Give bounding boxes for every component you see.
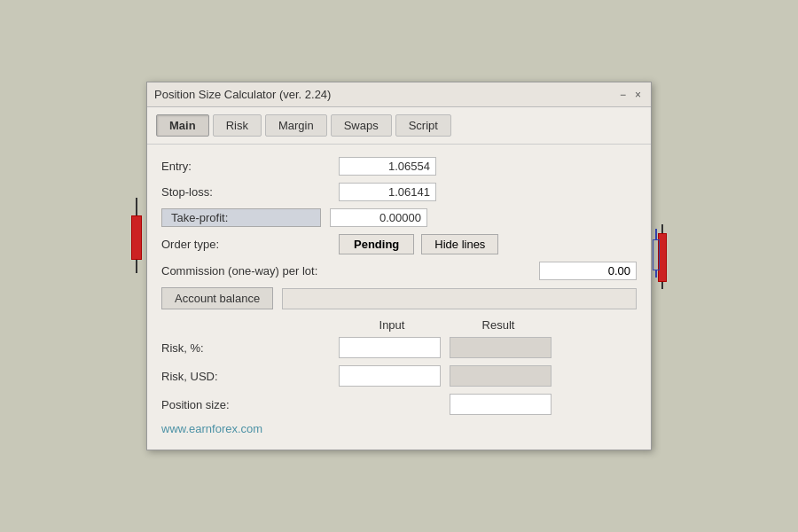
account-balance-button[interactable]: Account balance (161, 287, 273, 309)
risk-pct-result (450, 337, 552, 358)
earnforex-link[interactable]: www.earnforex.com (161, 422, 262, 435)
account-balance-row: Account balance (161, 287, 637, 309)
tab-swaps[interactable]: Swaps (331, 114, 392, 137)
take-profit-input[interactable] (330, 208, 427, 227)
title-controls: − × (617, 90, 644, 100)
minimize-button[interactable]: − (617, 90, 629, 100)
take-profit-label: Take-profit: (161, 208, 321, 227)
tab-margin[interactable]: Margin (265, 114, 327, 137)
candle-right-blue-decoration (653, 229, 660, 278)
input-result-headers: Input Result (161, 318, 637, 332)
close-button[interactable]: × (632, 90, 644, 100)
entry-input[interactable] (339, 157, 436, 176)
take-profit-row: Take-profit: (161, 208, 637, 227)
commission-label: Commission (one-way) per lot: (161, 264, 539, 278)
account-balance-field[interactable] (282, 288, 637, 309)
entry-label: Entry: (161, 160, 339, 173)
stop-loss-label: Stop-loss: (161, 185, 339, 199)
position-size-result-input[interactable] (450, 394, 552, 415)
position-size-row: Position size: (161, 394, 637, 415)
tabs-bar: Main Risk Margin Swaps Script (147, 107, 651, 145)
hide-lines-button[interactable]: Hide lines (421, 234, 498, 254)
risk-pct-row: Risk, %: (161, 337, 637, 358)
main-window: Position Size Calculator (ver. 2.24) − ×… (146, 82, 652, 450)
col-result-header: Result (445, 318, 552, 332)
tab-main[interactable]: Main (156, 114, 209, 137)
order-type-row: Order type: Pending Hide lines (161, 234, 637, 254)
main-content: Entry: Stop-loss: Take-profit: Order typ… (147, 145, 651, 450)
position-size-label: Position size: (161, 398, 339, 411)
stop-loss-row: Stop-loss: (161, 183, 637, 201)
risk-usd-row: Risk, USD: (161, 365, 637, 387)
risk-pct-label: Risk, %: (161, 341, 339, 355)
candle-left-decoration (131, 198, 142, 273)
risk-usd-input[interactable] (339, 365, 441, 387)
risk-pct-input[interactable] (339, 337, 441, 358)
footer: www.earnforex.com (161, 422, 637, 435)
risk-usd-result (450, 365, 552, 387)
stop-loss-input[interactable] (339, 183, 436, 201)
tab-risk[interactable]: Risk (213, 114, 262, 137)
entry-row: Entry: (161, 157, 637, 176)
pending-button[interactable]: Pending (339, 234, 414, 254)
tab-script[interactable]: Script (395, 114, 451, 137)
col-input-header: Input (339, 318, 445, 332)
commission-row: Commission (one-way) per lot: (161, 262, 637, 280)
commission-input[interactable] (539, 262, 637, 280)
risk-usd-label: Risk, USD: (161, 370, 339, 383)
order-type-label: Order type: (161, 238, 339, 251)
window-title: Position Size Calculator (ver. 2.24) (154, 88, 331, 101)
title-bar: Position Size Calculator (ver. 2.24) − × (147, 82, 651, 107)
